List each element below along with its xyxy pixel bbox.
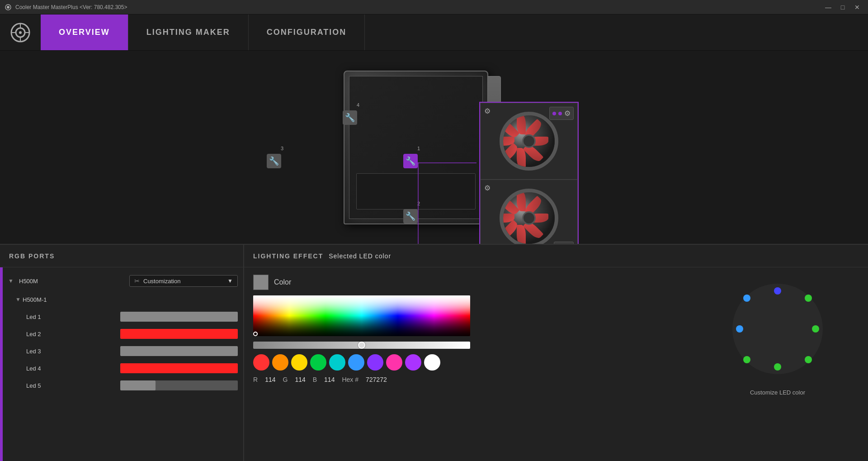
close-button[interactable]: ✕ xyxy=(851,2,863,12)
h500m1-label: H500M-1 xyxy=(23,296,238,303)
title-bar-text: Cooler Master MasterPlus <Ver: 780.482.3… xyxy=(15,4,127,10)
color-label-row: Color xyxy=(253,275,470,290)
customize-led-label: Customize LED color xyxy=(750,389,805,396)
color-swatches-row xyxy=(253,354,470,371)
led5-fill xyxy=(120,380,156,390)
fan1-settings[interactable]: ⚙ xyxy=(549,107,574,120)
color-label: Color xyxy=(274,278,291,286)
rgb-tree: ▼ H500M ✂ Customization ▼ ▼ H500M-1 xyxy=(3,267,243,461)
minimize-button[interactable]: — xyxy=(822,2,835,12)
rgb-content: ▼ H500M ✂ Customization ▼ ▼ H500M-1 xyxy=(0,267,243,461)
case-drive-bay xyxy=(356,173,476,209)
led-dot-4 xyxy=(774,363,781,371)
color-swatch[interactable] xyxy=(253,275,269,290)
color-picker-gradient[interactable] xyxy=(253,295,470,336)
title-bar: Cooler Master MasterPlus <Ver: 780.482.3… xyxy=(0,0,868,14)
led-dot-7 xyxy=(743,295,750,302)
preset-swatch-orange[interactable] xyxy=(272,354,288,371)
fan1-gear-btn[interactable]: ⚙ xyxy=(564,109,571,118)
fan-card-2: ⚙ 2 xyxy=(480,180,578,244)
collapse-arrow-h500m: ▼ xyxy=(8,278,15,284)
led2-bar xyxy=(120,329,238,339)
app-icon xyxy=(5,4,12,11)
preset-swatch-purple[interactable] xyxy=(367,354,383,371)
led4-fill xyxy=(120,363,238,373)
led5-bar xyxy=(120,380,238,390)
led1-label: Led 1 xyxy=(26,314,120,320)
tree-item-led4[interactable]: Led 4 xyxy=(3,360,243,377)
hex-label: Hex # xyxy=(342,376,359,383)
tree-item-h500m1[interactable]: ▼ H500M-1 xyxy=(3,291,243,308)
tree-item-led5[interactable]: Led 5 xyxy=(3,377,243,394)
led2-fill xyxy=(120,329,238,339)
fan1-led-dot2 xyxy=(558,112,562,115)
nav-bar: OVERVIEW LIGHTING MAKER CONFIGURATION xyxy=(0,14,868,51)
fan-marker-2[interactable]: 🔧 2 xyxy=(403,209,418,223)
tree-item-h500m[interactable]: ▼ H500M ✂ Customization ▼ xyxy=(3,271,243,291)
preset-swatch-yellow[interactable] xyxy=(291,354,307,371)
fan-image-2 xyxy=(500,189,558,244)
fan-marker-4[interactable]: 🔧 4 xyxy=(343,110,357,125)
rgb-values-row: R 114 G 114 B 114 Hex # 727272 xyxy=(253,376,470,383)
led-dot-2 xyxy=(812,325,819,333)
g-label: G xyxy=(283,376,288,383)
led-dot-0 xyxy=(774,287,781,295)
rgb-panel: RGB PORTS ▼ H500M ✂ Customization ▼ xyxy=(0,245,244,461)
tab-overview[interactable]: OVERVIEW xyxy=(41,14,128,50)
preset-swatch-red[interactable] xyxy=(253,354,269,371)
lighting-content: Color xyxy=(244,267,868,461)
main-area: 🔧 4 🔧 3 🔧 1 🔧 2 ⚙ xyxy=(0,51,868,461)
lighting-panel: LIGHTING EFFECT Selected LED color Color xyxy=(244,245,868,461)
case-view: 🔧 4 🔧 3 🔧 1 🔧 2 ⚙ xyxy=(0,51,868,244)
tree-item-led1[interactable]: Led 1 xyxy=(3,308,243,325)
r-value: 114 xyxy=(265,376,275,383)
led-preview-bg xyxy=(732,284,823,374)
case-body xyxy=(344,71,488,224)
lighting-effect-value: Selected LED color xyxy=(329,252,391,260)
gear-icon-1[interactable]: ⚙ xyxy=(484,107,491,115)
preset-swatch-white[interactable] xyxy=(424,354,440,371)
hex-value: 727272 xyxy=(366,376,387,383)
fan-marker-3[interactable]: 🔧 3 xyxy=(267,154,281,168)
maximize-button[interactable]: □ xyxy=(836,2,849,12)
tree-item-led3[interactable]: Led 3 xyxy=(3,342,243,360)
fan-marker-1[interactable]: 🔧 1 xyxy=(403,154,418,168)
fan-image-1 xyxy=(500,112,558,171)
svg-point-4 xyxy=(19,31,22,34)
fan2-connector-badge: 2 xyxy=(554,242,574,244)
gear-icon-2[interactable]: ⚙ xyxy=(484,184,491,192)
led-dot-3 xyxy=(805,356,812,363)
led2-label: Led 2 xyxy=(26,331,120,337)
led1-fill xyxy=(120,312,238,322)
preset-swatch-blue[interactable] xyxy=(348,354,364,371)
led3-bar xyxy=(120,346,238,356)
collapse-arrow-h500m1: ▼ xyxy=(15,296,23,303)
svg-point-1 xyxy=(7,6,9,9)
rgb-header: RGB PORTS xyxy=(0,245,243,267)
lighting-effect-label: LIGHTING EFFECT xyxy=(253,252,323,260)
connection-line-h xyxy=(418,162,476,163)
fan-card-1: ⚙ ⚙ xyxy=(480,103,578,180)
lighting-header: LIGHTING EFFECT Selected LED color xyxy=(244,245,868,267)
hue-slider-thumb xyxy=(358,342,365,349)
bottom-panel: RGB PORTS ▼ H500M ✂ Customization ▼ xyxy=(0,244,868,461)
preset-swatch-cyan[interactable] xyxy=(329,354,345,371)
case-interior xyxy=(349,76,483,219)
led5-label: Led 5 xyxy=(26,382,120,389)
led-ring-preview[interactable]: Customize LED color xyxy=(723,275,832,383)
logo-icon xyxy=(9,21,32,44)
tab-configuration[interactable]: CONFIGURATION xyxy=(249,14,365,50)
led4-bar xyxy=(120,363,238,373)
preset-swatch-violet[interactable] xyxy=(405,354,421,371)
tree-item-led2[interactable]: Led 2 xyxy=(3,325,243,342)
fans-panel: ⚙ ⚙ xyxy=(479,102,579,244)
hue-slider[interactable] xyxy=(253,342,470,349)
tab-lighting-maker[interactable]: LIGHTING MAKER xyxy=(128,14,249,50)
led-dot-1 xyxy=(805,295,812,302)
led-dot-5 xyxy=(743,356,750,363)
preset-swatch-pink[interactable] xyxy=(386,354,402,371)
app-logo xyxy=(0,14,41,50)
preset-swatch-green[interactable] xyxy=(310,354,326,371)
led3-label: Led 3 xyxy=(26,348,120,355)
customization-dropdown[interactable]: ✂ Customization ▼ xyxy=(129,275,238,287)
